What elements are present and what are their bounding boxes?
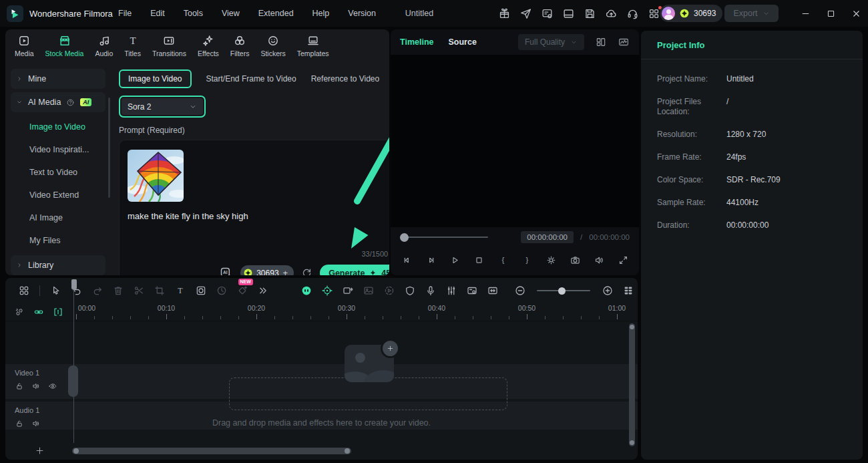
zoom-in-icon[interactable] xyxy=(602,285,614,297)
prompt-image-thumbnail[interactable] xyxy=(128,150,184,202)
media-tab-filters[interactable]: Filters xyxy=(230,34,250,57)
generator-tab-start-end-frame-to-video[interactable]: Start/End Frame to Video xyxy=(206,74,296,84)
account-credits-pill[interactable]: 30693 xyxy=(660,5,722,22)
save-button[interactable] xyxy=(584,7,596,20)
cursor-tool[interactable] xyxy=(50,285,62,297)
media-tab-audio[interactable]: Audio xyxy=(95,34,113,57)
apps-tool[interactable] xyxy=(18,285,30,297)
autofit-tool[interactable] xyxy=(487,285,499,297)
more-tool[interactable] xyxy=(257,285,269,297)
lock-icon[interactable] xyxy=(15,381,24,391)
cloud-upload-button[interactable] xyxy=(605,7,618,20)
zoom-slider[interactable] xyxy=(537,290,590,291)
stop-button[interactable] xyxy=(473,255,485,266)
minimize-button[interactable] xyxy=(801,9,811,19)
fullscreen-button[interactable] xyxy=(618,255,629,266)
menu-tools[interactable]: Tools xyxy=(174,9,212,18)
sidebar-item-video-extend[interactable]: Video Extend xyxy=(5,184,112,206)
layout-grid-icon[interactable] xyxy=(595,36,607,48)
add-track-button[interactable] xyxy=(35,446,45,456)
export-button[interactable]: Export xyxy=(724,5,779,22)
track-list-tool[interactable] xyxy=(622,285,634,297)
mask-tool[interactable] xyxy=(195,285,207,297)
visibility-icon[interactable] xyxy=(48,381,57,391)
scroll-start-handle[interactable] xyxy=(73,448,79,454)
current-timecode[interactable]: 00:00:00:00 xyxy=(521,231,574,243)
zoom-out-icon[interactable] xyxy=(514,285,526,297)
maximize-button[interactable] xyxy=(826,9,836,19)
generator-tab-reference-to-video[interactable]: Reference to Video xyxy=(311,74,380,84)
sidebar-item-image-to-video[interactable]: Image to Video xyxy=(5,116,112,138)
sidebar-group-ai-media[interactable]: AI MediaAI xyxy=(11,92,105,112)
media-tab-titles[interactable]: TTitles xyxy=(124,34,141,57)
horizontal-scrollbar[interactable] xyxy=(72,448,351,454)
mic-tool[interactable] xyxy=(425,285,437,297)
tab-source[interactable]: Source xyxy=(448,37,476,47)
seek-bar[interactable] xyxy=(400,237,488,238)
text-tool[interactable]: T xyxy=(174,285,186,297)
menu-help[interactable]: Help xyxy=(303,9,339,18)
menu-view[interactable]: View xyxy=(212,9,249,18)
quality-select[interactable]: Full Quality xyxy=(518,34,584,50)
seek-handle[interactable] xyxy=(400,233,409,242)
media-tab-stickers[interactable]: Stickers xyxy=(260,34,285,57)
apps-button[interactable] xyxy=(648,7,660,20)
headset-button[interactable] xyxy=(626,7,639,20)
prev-frame-button[interactable] xyxy=(401,255,413,266)
brace-close-button[interactable]: } xyxy=(521,255,533,266)
feedback-button[interactable] xyxy=(541,7,554,20)
sidebar-group-library[interactable]: Library xyxy=(11,255,105,275)
brace-open-button[interactable]: { xyxy=(497,255,509,266)
credits-pill[interactable]: 30693 + xyxy=(240,265,294,275)
snap-tool[interactable] xyxy=(53,307,63,317)
sidebar-item-my-files[interactable]: My Files xyxy=(5,229,112,252)
refresh-icon[interactable] xyxy=(301,267,312,275)
record-tool[interactable] xyxy=(466,285,478,297)
ai-rewrite-icon[interactable]: AI xyxy=(219,266,233,275)
playhead[interactable] xyxy=(71,279,77,289)
sidebar-item-video-inspirati-[interactable]: Video Inspirati... xyxy=(5,138,112,161)
send-button[interactable] xyxy=(519,7,532,20)
user-avatar[interactable] xyxy=(662,7,675,20)
media-tab-effects[interactable]: Effects xyxy=(198,34,219,57)
link-tool[interactable] xyxy=(33,307,44,317)
robot-tool[interactable] xyxy=(300,285,312,297)
timeline-ruler[interactable]: 00:0000:1000:2000:3000:4000:5001:00 xyxy=(5,303,638,321)
mute-icon[interactable] xyxy=(31,381,41,391)
scroll-end-handle[interactable] xyxy=(345,448,350,454)
media-tab-transitions[interactable]: Transitions xyxy=(152,34,186,57)
menu-file[interactable]: File xyxy=(109,9,141,18)
play-button[interactable] xyxy=(449,255,461,266)
timeline-drop-target[interactable] xyxy=(229,377,507,410)
shield-tool[interactable] xyxy=(404,285,416,297)
video-scope-icon[interactable] xyxy=(618,36,630,48)
panel-bottom-button[interactable] xyxy=(562,7,575,20)
model-select[interactable]: Sora 2 xyxy=(122,98,203,115)
split-tool[interactable] xyxy=(342,285,354,297)
menu-edit[interactable]: Edit xyxy=(141,9,174,18)
help-icon[interactable] xyxy=(66,98,75,107)
prompt-text[interactable]: make the kite fly in the sky high xyxy=(128,211,248,221)
gear-button[interactable] xyxy=(546,255,557,266)
speaker-button[interactable] xyxy=(594,255,605,266)
gift-button[interactable] xyxy=(498,7,511,20)
add-credits-plus[interactable]: + xyxy=(283,268,288,275)
generate-button[interactable]: Generate 450 xyxy=(320,265,389,275)
sidebar-item-ai-image[interactable]: AI Image xyxy=(5,206,112,229)
sidebar-scrollbar[interactable] xyxy=(108,98,110,198)
camera-button[interactable] xyxy=(570,255,581,266)
unlink-tool[interactable] xyxy=(14,307,25,317)
next-frame-button[interactable] xyxy=(425,255,437,266)
add-media-plus-icon[interactable] xyxy=(381,339,400,358)
sidebar-item-text-to-video[interactable]: Text to Video xyxy=(5,161,112,184)
vertical-scrollbar[interactable] xyxy=(629,323,635,446)
menu-extended[interactable]: Extended xyxy=(249,9,303,18)
media-tab-stock-media[interactable]: Stock Media xyxy=(45,34,84,57)
track-resize-handle[interactable] xyxy=(68,365,78,397)
close-button[interactable] xyxy=(851,9,861,19)
marker-tool[interactable] xyxy=(321,285,333,297)
media-tab-media[interactable]: Media xyxy=(15,34,34,57)
media-tab-templates[interactable]: Templates xyxy=(297,34,329,57)
sidebar-group-mine[interactable]: Mine xyxy=(11,69,105,89)
tab-timeline[interactable]: Timeline xyxy=(400,37,433,47)
